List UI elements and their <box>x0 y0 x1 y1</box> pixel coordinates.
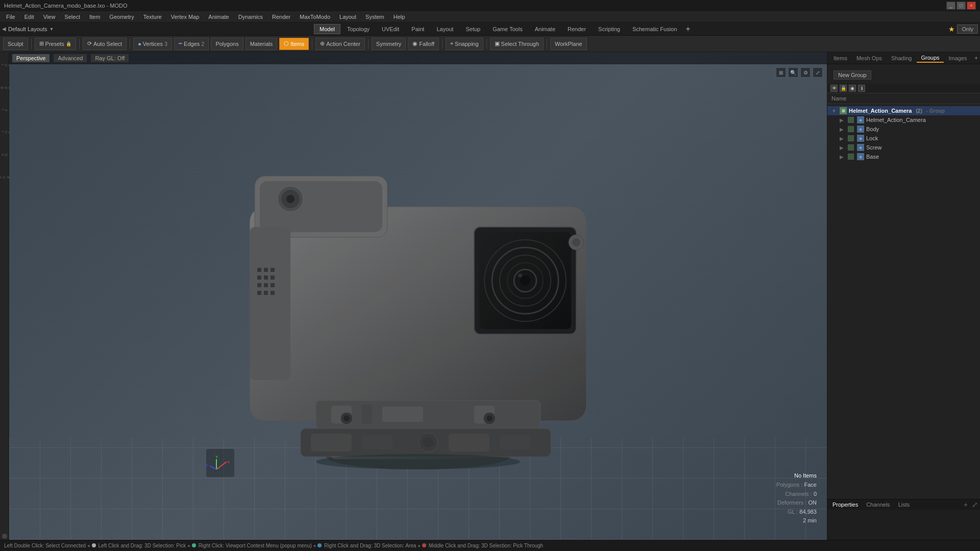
tab-paint[interactable]: Paint <box>406 24 430 34</box>
menu-help[interactable]: Help <box>389 13 409 21</box>
tree-item-base[interactable]: ▶ ◈ Base <box>827 152 980 161</box>
materials-button[interactable]: Materials <box>246 38 278 50</box>
edges-button[interactable]: ━ Edges 2 <box>174 38 209 50</box>
tree-item-label-1: Helmet_Action_Camera <box>866 117 926 123</box>
tab-model[interactable]: Model <box>314 24 340 34</box>
bpanel-expand-button[interactable]: + <box>964 500 968 509</box>
minimize-button[interactable]: _ <box>946 2 955 10</box>
edges-icon: ━ <box>179 40 182 47</box>
tab-schematic-fusion[interactable]: Schematic Fusion <box>627 24 682 34</box>
viewport-settings-button[interactable]: ⚙ <box>800 67 811 78</box>
menu-edit[interactable]: Edit <box>20 13 38 21</box>
svg-rect-15 <box>271 268 275 272</box>
tab-render[interactable]: Render <box>562 24 592 34</box>
items-button[interactable]: ⬡ Items <box>279 38 309 50</box>
tab-setup[interactable]: Setup <box>460 24 486 34</box>
menu-bar: File Edit View Select Item Geometry Text… <box>0 11 980 22</box>
vertices-button[interactable]: ● Vertices 3 <box>133 38 172 50</box>
workplane-label: WorkPlane <box>555 41 582 47</box>
polygons-label: Polygons : <box>776 482 802 488</box>
new-group-button[interactable]: New Group <box>834 70 871 80</box>
symmetry-button[interactable]: Symmetry <box>372 38 406 50</box>
tool-sculpt[interactable]: Sculpt <box>1 55 9 76</box>
add-tab-button[interactable]: + <box>683 24 692 34</box>
viewport-canvas[interactable]: X Y Z ⊞ 🔍 ⚙ ⤢ No Items Polygons : Face <box>9 52 827 540</box>
tool-edge[interactable]: Edge <box>1 78 9 98</box>
menu-geometry[interactable]: Geometry <box>105 13 138 21</box>
panel-render-toggle[interactable]: ◉ <box>849 85 856 92</box>
tab-scripting[interactable]: Scripting <box>593 24 626 34</box>
tool-fusion[interactable]: Fus <box>1 167 9 188</box>
tab-uvedit[interactable]: UVEdit <box>376 24 405 34</box>
viewport-expand-button[interactable]: ⤢ <box>813 67 823 78</box>
only-button[interactable]: Only <box>957 24 978 34</box>
auto-select-button[interactable]: ⟳ Auto Select <box>83 38 127 50</box>
menu-view[interactable]: View <box>39 13 60 21</box>
falloff-button[interactable]: ◉ Falloff <box>408 38 439 50</box>
tree-root-icon: ⊞ <box>840 107 847 114</box>
panel-eye-toggle[interactable]: 👁 <box>830 85 838 92</box>
tab-animate[interactable]: Animate <box>529 24 561 34</box>
bpanel-maximize-button[interactable]: ⤢ <box>972 500 978 509</box>
tree-item-body[interactable]: ▶ ◈ Body <box>827 124 980 134</box>
svg-rect-49 <box>362 435 393 449</box>
menu-animate[interactable]: Animate <box>204 13 233 21</box>
tab-game-tools[interactable]: Game Tools <box>487 24 528 34</box>
snapping-button[interactable]: ⌖ Snapping <box>446 38 483 50</box>
svg-point-11 <box>286 195 295 203</box>
viewport-fit-button[interactable]: ⊞ <box>776 67 786 78</box>
presets-button[interactable]: ⊞ Presets 🔒 <box>35 38 76 50</box>
action-center-label: Action Center <box>326 41 360 47</box>
menu-dynamics[interactable]: Dynamics <box>234 13 267 21</box>
polygons-button[interactable]: Polygons <box>211 38 243 50</box>
rpanel-add-button[interactable]: + <box>974 55 978 62</box>
sculpt-button[interactable]: Sculpt <box>3 38 28 50</box>
favorite-button[interactable]: ★ <box>948 25 955 33</box>
tree-item-screw[interactable]: ▶ ◈ Screw <box>827 143 980 152</box>
rpanel-tab-mesh-ops[interactable]: Mesh Ops <box>852 54 886 62</box>
bpanel-tab-properties[interactable]: Properties <box>829 501 861 508</box>
tab-layout[interactable]: Layout <box>431 24 459 34</box>
menu-file[interactable]: File <box>2 13 19 21</box>
viewport-zoom-button[interactable]: 🔍 <box>788 67 798 78</box>
default-layouts-label[interactable]: Default Layouts <box>8 26 47 32</box>
menu-layout[interactable]: Layout <box>335 13 360 21</box>
bpanel-tab-lists[interactable]: Lists <box>895 501 913 508</box>
menu-system[interactable]: System <box>361 13 388 21</box>
menu-texture[interactable]: Texture <box>139 13 166 21</box>
close-button[interactable]: × <box>967 2 976 10</box>
window-controls[interactable]: _ □ × <box>946 2 976 10</box>
bpanel-tab-channels[interactable]: Channels <box>863 501 893 508</box>
svg-point-32 <box>520 276 530 286</box>
tree-item-lock[interactable]: ▶ ◈ Lock <box>827 134 980 143</box>
action-center-button[interactable]: ⊕ Action Center <box>315 38 365 50</box>
workplane-button[interactable]: WorkPlane <box>550 38 587 50</box>
status-left: Left Double Click: Select Connected ● Le… <box>4 543 976 548</box>
viewport-area[interactable]: Perspective Advanced Ray GL: Off <box>9 52 827 540</box>
menu-render[interactable]: Render <box>268 13 295 21</box>
rpanel-tab-items[interactable]: Items <box>829 54 851 62</box>
menu-select[interactable]: Select <box>60 13 84 21</box>
menu-maxtoModo[interactable]: MaxToModo <box>296 13 334 21</box>
menu-item[interactable]: Item <box>85 13 104 21</box>
viewport-ray-gl[interactable]: Ray GL: Off <box>91 54 129 62</box>
menu-vertex-map[interactable]: Vertex Map <box>167 13 204 21</box>
tree-item-arrow-2: ▶ <box>840 127 846 132</box>
tool-curve[interactable]: Curv <box>1 122 9 143</box>
rpanel-tab-shading[interactable]: Shading <box>887 54 916 62</box>
layout-selector[interactable]: ◀ Default Layouts ▼ <box>2 26 58 32</box>
rpanel-tab-groups[interactable]: Groups <box>917 54 943 63</box>
viewport-tab-advanced[interactable]: Advanced <box>54 54 87 62</box>
tree-root-item[interactable]: ▼ ⊞ Helmet_Action_Camera (2) - Group <box>827 106 980 115</box>
sidebar-toggle[interactable] <box>2 534 7 539</box>
maximize-button[interactable]: □ <box>957 2 966 10</box>
tool-polygon[interactable]: Poly <box>1 100 9 120</box>
tree-item-helmet[interactable]: ▶ ◈ Helmet_Action_Camera <box>827 115 980 124</box>
select-through-button[interactable]: ▣ Select Through <box>490 38 544 50</box>
rpanel-tab-images[interactable]: Images <box>945 54 971 62</box>
panel-lock-toggle[interactable]: 🔒 <box>840 85 847 92</box>
viewport-tab-perspective[interactable]: Perspective <box>12 54 50 62</box>
panel-info-toggle[interactable]: ℹ <box>858 85 865 92</box>
tab-topology[interactable]: Topology <box>341 24 375 34</box>
tool-uv[interactable]: UV <box>1 145 9 165</box>
